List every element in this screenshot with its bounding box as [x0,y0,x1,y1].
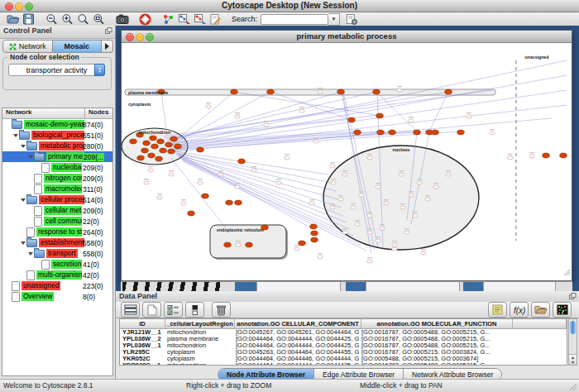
gene-node[interactable] [175,144,182,149]
delete-attribute-button[interactable] [212,302,231,318]
zoom-out-button[interactable] [44,13,60,26]
network-node[interactable] [309,202,314,205]
table-column-header[interactable]: ID [120,319,165,328]
network-node[interactable] [318,90,323,93]
network-node[interactable] [206,105,211,108]
gene-node[interactable] [373,89,380,94]
tree-row[interactable]: biological_process651(0) [2,130,112,141]
detach-panel-icon[interactable] [105,27,112,36]
tree-row[interactable]: cell communicat22(0) [2,216,112,227]
zoom-in-button[interactable] [60,13,75,26]
gene-node[interactable] [376,113,384,118]
tree-col-network[interactable]: Network [2,108,85,118]
expander-triangle-icon[interactable] [21,198,26,202]
gene-node[interactable] [160,148,167,153]
edit-network-nodes-button[interactable] [176,13,192,26]
gene-node[interactable] [224,242,232,247]
window-titlebar[interactable]: Cytoscape Desktop (New Session) [0,0,579,12]
gene-node[interactable] [151,144,159,149]
gene-node[interactable] [543,153,550,158]
network-edge[interactable] [163,90,492,136]
network-node[interactable] [392,243,397,246]
network-node[interactable] [359,194,364,197]
network-node[interactable] [392,247,397,251]
tree-col-nodes[interactable]: Nodes [85,108,112,118]
network-node[interactable] [157,196,162,199]
window-resize-grip[interactable] [563,265,571,280]
notes-button[interactable] [488,302,507,318]
expander-triangle-icon[interactable] [28,252,33,256]
network-node[interactable] [467,115,471,118]
network-node[interactable] [490,131,495,135]
search-index-button[interactable] [344,13,360,26]
gene-node[interactable] [150,136,157,141]
table-scrollbar[interactable]: ▲▼ [568,318,577,366]
gene-node[interactable] [156,156,163,161]
network-node[interactable] [367,214,372,218]
tree-row[interactable]: multi-organism pro42(0) [2,270,112,280]
network-node[interactable] [433,185,438,189]
gene-node[interactable] [170,136,178,141]
tab-network[interactable]: Network [2,40,53,53]
gene-node[interactable] [157,139,165,144]
network-edge[interactable] [171,90,567,148]
network-node[interactable] [342,173,347,176]
tree-row[interactable]: primary metabo209(... [2,151,112,162]
vizmapper-button[interactable] [160,13,176,26]
gene-node[interactable] [231,89,238,94]
gene-node[interactable] [267,89,275,94]
gene-node[interactable] [414,130,421,135]
network-node[interactable] [236,243,241,246]
tree-row[interactable]: unassigned223(0) [2,280,112,291]
network-node[interactable] [376,185,380,189]
gene-node[interactable] [130,139,137,144]
network-node[interactable] [169,173,174,176]
network-node[interactable] [376,239,380,242]
network-window-titlebar[interactable]: primary metabolic process [122,31,572,43]
new-attribute-button[interactable] [142,302,161,318]
gene-node[interactable] [457,130,465,135]
network-node[interactable] [181,202,186,205]
gene-node[interactable] [432,130,439,135]
tree-row[interactable]: macromolecule311(0) [2,184,112,194]
matrix-view-button[interactable] [553,302,572,318]
gene-node[interactable] [188,211,195,216]
tree-row[interactable]: cellular process614(0) [2,194,112,205]
network-node[interactable] [409,194,414,197]
zoom-selected-region-button[interactable] [91,13,107,26]
network-node[interactable] [421,251,426,255]
expander-triangle-icon[interactable] [13,134,18,137]
table-column-header[interactable]: annotation.GO MOLECULAR_FUNCTION [361,319,513,328]
table-row[interactable]: YKR052Ccytoplasm[GO:0044464, GO:0044446,… [120,356,567,362]
gene-node[interactable] [165,142,173,147]
gene-node[interactable] [197,147,204,152]
network-edge[interactable] [179,156,347,222]
network-node[interactable] [198,181,203,184]
network-node[interactable] [235,185,240,189]
network-node[interactable] [285,156,290,160]
tree-row[interactable]: response to stimulu264(0) [2,227,112,237]
import-attributes-button[interactable] [531,302,550,318]
tree-row[interactable]: nitrogen compo209(0) [2,173,112,184]
network-node[interactable] [400,206,405,209]
search-input[interactable] [261,14,328,25]
network-node[interactable] [342,231,347,234]
network-node[interactable] [299,109,304,112]
tab-mosaic[interactable]: Mosaic [53,40,103,53]
network-node[interactable] [367,231,372,234]
gene-node[interactable] [141,148,149,153]
network-node[interactable] [318,256,323,259]
save-session-button[interactable] [21,13,36,26]
gene-node[interactable] [143,141,151,146]
network-node[interactable] [235,115,240,118]
network-edge[interactable] [170,92,234,146]
network-node[interactable] [355,222,360,226]
gene-node[interactable] [337,89,345,94]
tree-row[interactable]: Overview8(0) [2,291,112,302]
network-node[interactable] [264,123,269,127]
attribute-mode-button[interactable] [185,302,204,318]
network-node[interactable] [417,181,422,184]
gene-node[interactable] [246,242,253,247]
node-color-dropdown[interactable]: transporter activity ▲▼ [8,64,105,76]
gene-node[interactable] [226,200,233,205]
